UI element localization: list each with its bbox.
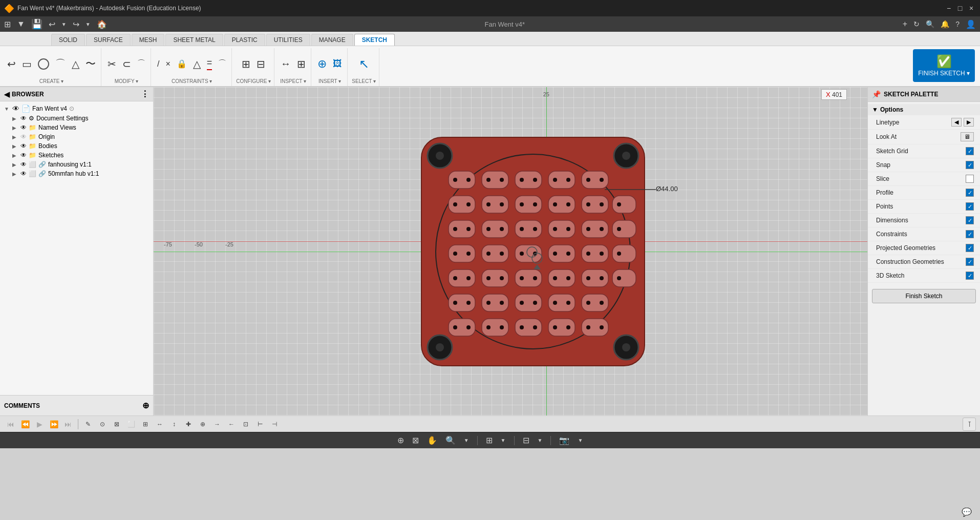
timeline-end-btn[interactable]: ⊺ xyxy=(963,418,976,431)
notification-bottom[interactable]: 💬 xyxy=(962,507,972,517)
file-menu-icon[interactable]: ▼ xyxy=(17,19,25,29)
display-mode-btn[interactable]: ⊞ xyxy=(484,434,495,446)
viewcube-dropdown-btn[interactable]: ▼ xyxy=(576,436,585,444)
user-icon[interactable]: 👤 xyxy=(966,19,976,29)
look-at-btn[interactable]: 🖥 xyxy=(961,132,974,141)
configure-btn2[interactable]: ⊟ xyxy=(254,57,267,71)
sketch-btn2[interactable]: ⊙ xyxy=(96,418,109,431)
palette-row-slice[interactable]: Slice xyxy=(868,172,980,186)
constraints-checkbox[interactable]: ✓ xyxy=(966,230,974,238)
refresh-icon[interactable]: ↻ xyxy=(913,20,920,28)
palette-row-snap[interactable]: Snap ✓ xyxy=(868,158,980,172)
restore-button[interactable]: □ xyxy=(955,4,965,13)
grid-btn[interactable]: ⊟ xyxy=(521,434,531,446)
inspect-btn1[interactable]: ↔ xyxy=(279,57,293,71)
mirror-constraint-btn[interactable]: ⌒ xyxy=(216,57,228,70)
undo-icon[interactable]: ↩ xyxy=(49,19,55,29)
tree-item-50mmfan[interactable]: ▶ 👁 ⬜ 🔗 50mmfan hub v1:1 xyxy=(0,169,153,178)
save-icon[interactable]: 💾 xyxy=(31,18,42,30)
redo-icon[interactable]: ↪ xyxy=(73,19,79,29)
nav-view-btn2[interactable]: ⊠ xyxy=(410,434,421,446)
sketch-btn6[interactable]: ↔ xyxy=(153,418,166,431)
select-btn[interactable]: ↖ xyxy=(357,56,371,72)
spline-tool-btn[interactable]: 〜 xyxy=(83,56,98,72)
step-back-btn[interactable]: ⏪ xyxy=(18,418,32,431)
tree-item-sketches[interactable]: ▶ 👁 📁 Sketches xyxy=(0,151,153,160)
notification-icon[interactable]: 🔔 xyxy=(941,20,949,28)
finish-sketch-panel-button[interactable]: Finish Sketch xyxy=(872,289,976,303)
redo-dropdown-icon[interactable]: ▼ xyxy=(86,22,91,27)
snap-checkbox[interactable]: ✓ xyxy=(966,161,974,169)
tree-item-document-settings[interactable]: ▶ 👁 ⚙ Document Settings xyxy=(0,114,153,123)
tree-item-named-views[interactable]: ▶ 👁 📁 Named Views xyxy=(0,123,153,132)
sketch-btn5[interactable]: ⊞ xyxy=(139,418,152,431)
sketch-btn13[interactable]: ⊢ xyxy=(253,418,267,431)
palette-row-profile[interactable]: Profile ✓ xyxy=(868,186,980,200)
sketch-btn1[interactable]: ✎ xyxy=(81,418,95,431)
fillet-tool-btn[interactable]: ⌒ xyxy=(135,57,147,70)
tab-utilities[interactable]: UTILITIES xyxy=(266,34,310,46)
palette-row-dimensions[interactable]: Dimensions ✓ xyxy=(868,214,980,227)
tab-plastic[interactable]: PLASTIC xyxy=(224,34,265,46)
finish-sketch-button[interactable]: ✅ FINISH SKETCH ▾ xyxy=(913,49,975,82)
browser-back-icon[interactable]: ◀ xyxy=(4,90,10,98)
sketch-btn12[interactable]: ⊡ xyxy=(239,418,252,431)
points-checkbox[interactable]: ✓ xyxy=(966,202,974,211)
linetype-left-btn[interactable]: ◀ xyxy=(951,118,962,127)
sketch-btn9[interactable]: ⊕ xyxy=(196,418,209,431)
perp-constraint-btn[interactable]: × xyxy=(163,58,172,70)
insert-btn1[interactable]: ⊕ xyxy=(315,56,329,72)
sketch-btn4[interactable]: ⬜ xyxy=(124,418,138,431)
insert-btn2[interactable]: 🖼 xyxy=(331,57,344,70)
tab-sketch[interactable]: SKETCH xyxy=(354,34,395,46)
viewcube-btn[interactable]: 📷 xyxy=(557,434,571,446)
rectangle-tool-btn[interactable]: ▭ xyxy=(20,57,34,71)
search-icon[interactable]: 🔍 xyxy=(926,20,934,28)
nav-view-btn1[interactable]: ⊕ xyxy=(395,434,406,446)
tab-manage[interactable]: MANAGE xyxy=(311,34,353,46)
display-mode-dropdown-btn[interactable]: ▼ xyxy=(499,436,508,444)
arc-tool-btn[interactable]: ⌒ xyxy=(53,56,68,72)
sketch-btn14[interactable]: ⊣ xyxy=(268,418,281,431)
sketch-grid-checkbox[interactable]: ✓ xyxy=(966,147,974,155)
add-tab-icon[interactable]: + xyxy=(903,19,907,29)
sketch-btn10[interactable]: → xyxy=(210,418,224,431)
play-fwd-end-btn[interactable]: ⏭ xyxy=(61,418,75,431)
zoom-dropdown-btn[interactable]: ▼ xyxy=(462,436,471,444)
construction-geometries-checkbox[interactable]: ✓ xyxy=(966,258,974,266)
tab-mesh[interactable]: MESH xyxy=(132,34,165,46)
play-back-btn[interactable]: ⏮ xyxy=(4,418,17,431)
play-btn[interactable]: ▶ xyxy=(33,418,46,431)
sketch-btn11[interactable]: ← xyxy=(225,418,238,431)
step-fwd-btn[interactable]: ⏩ xyxy=(47,418,60,431)
tree-item-fanhousing[interactable]: ▶ 👁 ⬜ 🔗 fanhousing v1:1 xyxy=(0,160,153,169)
close-button[interactable]: × xyxy=(967,4,976,13)
tree-item-origin[interactable]: ▶ 👁 📁 Origin xyxy=(0,132,153,141)
grid-icon[interactable]: ⊞ xyxy=(4,19,11,29)
offset-tool-btn[interactable]: ⊂ xyxy=(120,57,133,71)
sketch-btn7[interactable]: ↕ xyxy=(167,418,181,431)
palette-row-sketch-grid[interactable]: Sketch Grid ✓ xyxy=(868,144,980,158)
home-icon[interactable]: 🏠 xyxy=(97,19,107,29)
sketch-btn8[interactable]: ✚ xyxy=(182,418,195,431)
minimize-button[interactable]: − xyxy=(944,4,953,13)
trim-tool-btn[interactable]: ✂ xyxy=(105,57,118,71)
profile-checkbox[interactable]: ✓ xyxy=(966,189,974,197)
help-icon[interactable]: ? xyxy=(955,20,960,28)
palette-row-points[interactable]: Points ✓ xyxy=(868,200,980,214)
tree-root[interactable]: ▼ 👁 📄 Fan Went v4 ⊙ xyxy=(0,103,153,114)
comments-toggle-icon[interactable]: ⊕ xyxy=(142,401,149,410)
lock-constraint-btn[interactable]: 🔒 xyxy=(175,58,189,70)
circle-tool-btn[interactable] xyxy=(36,57,51,71)
3d-sketch-checkbox[interactable]: ✓ xyxy=(966,272,974,280)
browser-options-icon[interactable]: ⋮ xyxy=(141,89,149,99)
palette-row-constraints[interactable]: Constraints ✓ xyxy=(868,227,980,241)
parallel-constraint-btn[interactable]: / xyxy=(155,58,161,70)
grid-dropdown-btn[interactable]: ▼ xyxy=(536,436,545,444)
tab-surface[interactable]: SURFACE xyxy=(86,34,131,46)
undo-dropdown-icon[interactable]: ▼ xyxy=(61,22,67,27)
palette-row-projected-geometries[interactable]: Projected Geometries ✓ xyxy=(868,241,980,255)
equal-constraint-btn[interactable]: = xyxy=(205,56,215,71)
tab-sheet-metal[interactable]: SHEET METAL xyxy=(165,34,223,46)
linetype-right-btn[interactable]: ▶ xyxy=(964,118,974,127)
